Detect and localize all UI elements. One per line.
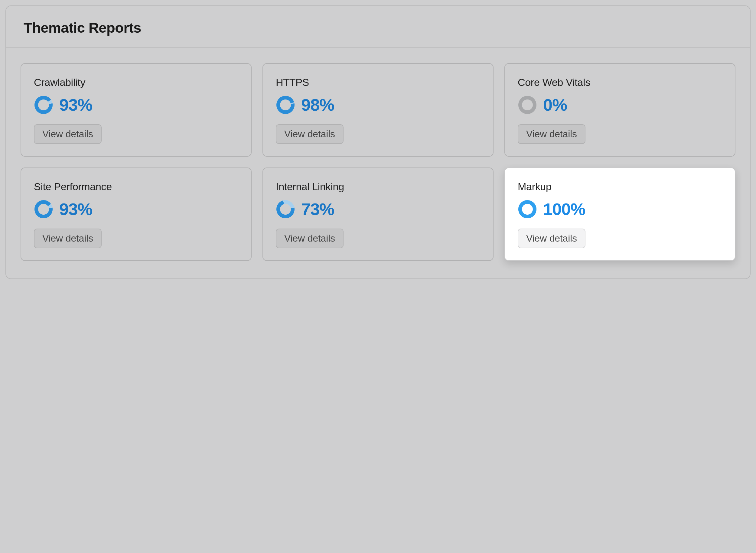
view-details-button[interactable]: View details [276,124,344,144]
metric-row: 93% [34,199,92,219]
metric-row: 0% [518,95,567,114]
card-title: Core Web Vitals [518,77,722,88]
metric-row: 93% [34,95,92,114]
svg-point-1 [36,98,51,112]
view-details-button[interactable]: View details [518,124,586,144]
view-details-button[interactable]: View details [34,229,101,248]
metric-value: 73% [301,199,334,219]
metric-row: 98% [276,95,334,114]
card-title: HTTPS [276,77,480,88]
svg-point-4 [520,98,535,112]
cards-grid: Crawlability 93%View detailsHTTPS 98%Vie… [20,63,736,261]
donut-icon [518,200,537,219]
metric-value: 93% [59,95,92,114]
report-card: Markup 100%View details [505,167,736,261]
svg-point-7 [36,202,51,217]
view-details-button[interactable]: View details [518,229,586,248]
card-title: Internal Linking [276,181,480,192]
panel-header: Thematic Reports [6,6,750,48]
card-title: Site Performance [34,181,238,192]
metric-value: 98% [301,95,334,114]
metric-value: 100% [543,199,585,219]
report-card: Crawlability 93%View details [20,63,251,157]
metric-row: 73% [276,199,334,219]
view-details-button[interactable]: View details [34,124,101,144]
donut-icon [276,95,295,114]
thematic-reports-panel: Thematic Reports Crawlability 93%View de… [5,5,751,279]
metric-value: 93% [59,199,92,219]
report-card: Internal Linking 73%View details [262,167,494,261]
panel-body: Crawlability 93%View detailsHTTPS 98%Vie… [6,48,750,279]
report-card: Site Performance 93%View details [20,167,251,261]
panel-title: Thematic Reports [23,19,733,36]
view-details-button[interactable]: View details [276,229,344,248]
donut-icon [276,200,295,219]
report-card: HTTPS 98%View details [262,63,494,157]
donut-icon [34,95,53,114]
donut-icon [518,95,537,114]
svg-point-11 [520,202,535,217]
metric-row: 100% [518,199,585,219]
card-title: Crawlability [34,77,238,88]
donut-icon [34,200,53,219]
report-card: Core Web Vitals 0%View details [505,63,736,157]
card-title: Markup [518,181,722,192]
metric-value: 0% [543,95,567,114]
svg-point-3 [278,98,293,112]
